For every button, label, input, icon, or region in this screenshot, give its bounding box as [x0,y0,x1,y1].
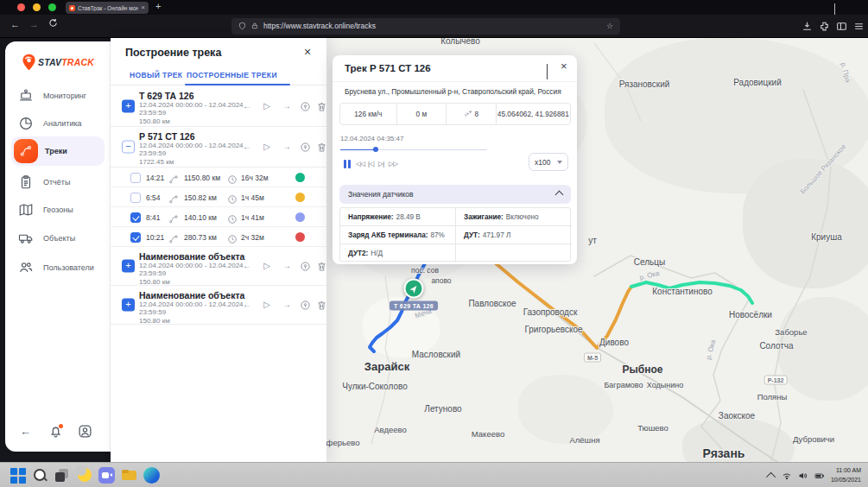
track-segment-row[interactable]: 14:211150.80 км16ч 32м [111,168,326,187]
profile-button[interactable] [78,424,93,440]
back-button[interactable]: ← [10,19,20,29]
next-point-button[interactable]: → [280,259,294,273]
tracks-panel-close-icon[interactable]: × [304,45,311,59]
bookmark-star-icon[interactable]: ☆ [606,22,613,30]
forward-button[interactable]: → [29,19,39,29]
sidebar-item-monitoring[interactable]: Мониторинг [5,81,111,111]
expand-icon[interactable]: + [122,299,135,312]
segment-color-dot[interactable] [295,173,305,182]
sidebars-icon[interactable] [836,21,847,32]
tab-close-icon[interactable]: × [141,4,145,11]
browser-tab[interactable]: СтавТрак - Онлайн мониторин × [66,2,149,14]
track-item[interactable]: +Наименование объекта12.04.2024 00:00:00… [111,286,326,325]
play-track-button[interactable]: ▷ [260,140,274,154]
app-moon-icon[interactable] [76,467,92,484]
playback-slider[interactable] [340,147,487,152]
expand-icon[interactable]: + [122,260,135,273]
next-point-button[interactable]: → [280,298,294,312]
slider-handle[interactable] [373,147,378,152]
reload-button[interactable] [48,18,58,29]
pause-button[interactable] [344,160,352,168]
detail-close-icon[interactable]: × [561,60,567,73]
list-tabs-chevron-icon[interactable] [834,3,841,10]
sidebar-item-objects[interactable]: Объекты [5,224,111,253]
chat-app-icon[interactable] [98,467,115,484]
collapse-panel-chevron-icon[interactable] [547,65,555,72]
segment-checkbox[interactable] [130,212,141,223]
segment-color-dot[interactable] [295,232,305,242]
expand-icon[interactable]: + [122,100,135,113]
show-on-map-icon[interactable] [298,140,312,154]
delete-track-icon[interactable] [314,140,328,154]
tray-chevron-icon[interactable] [766,471,776,481]
track-segment-row[interactable]: 10:21280.73 км2ч 32м [111,227,326,247]
track-item[interactable]: −Р 571 СТ 12612.04.2024 00:00:00 - 12.04… [111,127,326,168]
sidebar-item-geozones[interactable]: Геозоны [5,195,111,225]
sidebar-item-analytics[interactable]: Аналитика [5,109,111,138]
step-back-button[interactable]: |◁ [368,160,374,168]
edge-browser-icon[interactable] [143,467,160,484]
sidebar-item-reports[interactable]: Отчёты [5,168,111,197]
tab-built-tracks[interactable]: ПОСТРОЕННЫЕ ТРЕКИ [187,71,277,79]
delete-track-icon[interactable] [314,99,328,113]
segment-checkbox[interactable] [130,193,141,203]
start-button[interactable] [10,467,26,484]
show-on-map-icon[interactable] [298,259,312,273]
prev-point-button[interactable]: ← [240,259,254,273]
shield-icon[interactable] [238,22,246,30]
prev-point-button[interactable]: ← [240,140,254,154]
show-on-map-icon[interactable] [298,99,312,113]
prev-point-button[interactable]: ← [240,99,254,113]
step-forward-button[interactable]: ▷| [378,160,384,168]
show-on-map-icon[interactable] [298,298,312,312]
track-segment-row[interactable]: 6:54150.82 км1ч 45м [111,187,326,207]
vehicle-plate-label[interactable]: Т 629 ТА 126 [390,301,438,311]
delete-track-icon[interactable] [314,298,328,312]
track-item[interactable]: +Т 629 ТА 12612.04.2024 00:00:00 - 12.04… [111,86,326,127]
url-bar[interactable]: https://www.stavtrack.online/tracks ☆ [231,18,620,35]
collapse-sensors-chevron-icon[interactable] [555,190,564,199]
next-point-button[interactable]: → [280,99,294,113]
segment-checkbox[interactable] [130,232,141,243]
menu-icon[interactable] [853,21,865,32]
prev-point-button[interactable]: ← [240,298,254,312]
url-text[interactable]: https://www.stavtrack.online/tracks [263,22,601,30]
clock[interactable]: 11:00 AM 10/05/2021 [831,466,865,484]
extensions-icon[interactable] [819,21,830,32]
segment-color-dot[interactable] [295,212,305,222]
close-window-button[interactable] [17,3,25,11]
battery-icon[interactable] [814,471,825,481]
sidebar-item-users[interactable]: Пользователи [5,253,111,282]
play-track-button[interactable]: ▷ [260,298,274,312]
track-segment-row[interactable]: 8:41140.10 км1ч 41м [111,207,326,227]
downloads-icon[interactable] [801,21,813,32]
sidebar-item-tracks[interactable]: Треки [5,136,111,166]
collapse-sidebar-button[interactable]: ← [20,424,35,440]
collapse-icon[interactable]: − [122,141,135,154]
speed-multiplier-select[interactable]: x100 [529,153,568,171]
fast-forward-button[interactable]: ▷▷ [389,160,398,168]
new-tab-button[interactable]: + [155,1,161,11]
segment-checkbox[interactable] [130,173,141,183]
lock-icon [251,22,258,30]
next-point-button[interactable]: → [280,140,294,154]
play-track-button[interactable]: ▷ [260,259,274,273]
task-view-icon[interactable] [54,467,70,484]
app-logo[interactable]: STAVTRACK [5,54,111,71]
track-period-end: 23:59:59 [139,308,166,316]
rewind-button[interactable]: ◁◁ [356,160,365,168]
delete-track-icon[interactable] [314,259,328,273]
play-track-button[interactable]: ▷ [260,99,274,113]
geozones-icon [18,202,34,218]
segment-color-dot[interactable] [295,193,305,202]
notifications-bell-icon[interactable] [48,424,64,440]
tab-new-track[interactable]: НОВЫЙ ТРЕК [130,71,182,79]
vehicle-marker[interactable] [404,279,424,299]
track-item[interactable]: +Наименование объекта12.04.2024 00:00:00… [111,247,326,286]
wifi-icon[interactable] [782,471,792,481]
maximize-window-button[interactable] [48,3,56,11]
minimize-window-button[interactable] [33,3,41,11]
sensors-header[interactable]: Значения датчиков [339,185,571,204]
route-icon [168,173,179,183]
volume-icon[interactable] [798,471,808,481]
